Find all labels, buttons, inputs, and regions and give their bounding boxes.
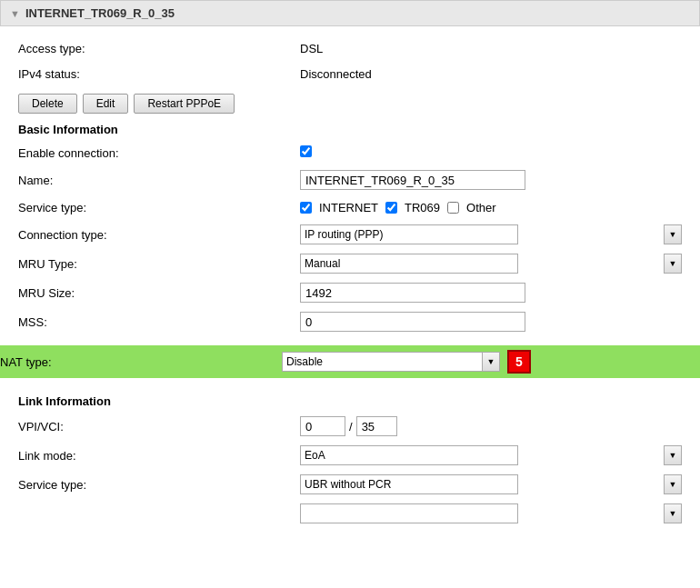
- content-area-2: Link Information VPI/VCI: / Link mode: E…: [0, 378, 700, 537]
- section-header[interactable]: ▼ INTERNET_TR069_R_0_35: [0, 0, 700, 26]
- access-type-value: DSL: [300, 42, 682, 55]
- extra-row: ▼: [18, 499, 682, 528]
- service-type-checkboxes: INTERNET TR069 Other: [300, 201, 682, 214]
- service-type2-select-wrapper: UBR without PCR UBR with PCR CBR Non Rea…: [300, 474, 682, 494]
- nat-type-controls: Disable Enable ▼ 5: [282, 350, 700, 374]
- mru-size-value: [300, 283, 682, 303]
- mss-label: MSS:: [18, 315, 300, 329]
- ipv4-status-label: IPv4 status:: [18, 67, 300, 81]
- link-mode-select-wrapper: EoA PPPoA IPoA ▼: [300, 445, 682, 465]
- name-input[interactable]: [300, 170, 525, 190]
- service-type2-label: Service type:: [18, 478, 300, 492]
- service-tr069-checkbox[interactable]: [385, 202, 397, 214]
- nat-type-select-wrapper: Disable Enable ▼: [282, 352, 500, 372]
- nat-type-select[interactable]: Disable Enable: [282, 352, 500, 372]
- extra-select[interactable]: [300, 503, 518, 523]
- vpi-vci-separator: /: [349, 420, 353, 434]
- name-row: Name:: [18, 165, 682, 194]
- vpi-input[interactable]: [300, 416, 345, 436]
- service-type2-dropdown-icon: ▼: [664, 474, 682, 494]
- service-other-label: Other: [466, 201, 496, 214]
- link-mode-select[interactable]: EoA PPPoA IPoA: [300, 445, 518, 465]
- service-internet-label: INTERNET: [319, 201, 378, 214]
- service-type2-value: UBR without PCR UBR with PCR CBR Non Rea…: [300, 474, 682, 494]
- service-internet-checkbox[interactable]: [300, 202, 312, 214]
- content-area: Access type: DSL IPv4 status: Disconnect…: [0, 26, 700, 345]
- connection-type-select-wrapper: IP routing (PPP) IP routing (IPoE) Bridg…: [300, 224, 682, 244]
- section-title: INTERNET_TR069_R_0_35: [25, 6, 175, 20]
- mru-type-select-wrapper: Manual Auto ▼: [300, 254, 682, 274]
- connection-type-value: IP routing (PPP) IP routing (IPoE) Bridg…: [300, 224, 682, 244]
- extra-dropdown-icon: ▼: [664, 503, 682, 523]
- enable-connection-value: [300, 145, 682, 160]
- mss-row: MSS:: [18, 307, 682, 336]
- connection-type-select[interactable]: IP routing (PPP) IP routing (IPoE) Bridg…: [300, 224, 518, 244]
- service-type-label: Service type:: [18, 201, 300, 214]
- link-mode-value: EoA PPPoA IPoA ▼: [300, 445, 682, 465]
- service-other-checkbox[interactable]: [447, 202, 459, 214]
- access-type-label: Access type:: [18, 42, 300, 55]
- vpi-vci-row: VPI/VCI: /: [18, 412, 682, 441]
- service-type2-select[interactable]: UBR without PCR UBR with PCR CBR Non Rea…: [300, 474, 518, 494]
- edit-button[interactable]: Edit: [83, 94, 129, 114]
- service-type-row: Service type: INTERNET TR069 Other: [18, 194, 682, 220]
- nat-type-row: NAT type: Disable Enable ▼ 5: [0, 345, 700, 378]
- connection-type-row: Connection type: IP routing (PPP) IP rou…: [18, 220, 682, 249]
- nat-badge: 5: [507, 350, 531, 374]
- ipv4-status-row: IPv4 status: Disconnected: [18, 61, 682, 86]
- extra-select-wrapper: ▼: [300, 503, 682, 523]
- connection-type-label: Connection type:: [18, 228, 300, 242]
- mru-type-label: MRU Type:: [18, 257, 300, 271]
- mru-type-row: MRU Type: Manual Auto ▼: [18, 249, 682, 278]
- vpi-vci-label: VPI/VCI:: [18, 420, 300, 434]
- enable-connection-row: Enable connection:: [18, 140, 682, 165]
- mss-input[interactable]: [300, 312, 525, 332]
- link-mode-label: Link mode:: [18, 449, 300, 463]
- restart-pppoe-button[interactable]: Restart PPPoE: [134, 94, 235, 114]
- name-value: [300, 170, 682, 190]
- name-label: Name:: [18, 174, 300, 187]
- delete-button[interactable]: Delete: [18, 94, 77, 114]
- mru-size-input[interactable]: [300, 283, 525, 303]
- nat-type-label: NAT type:: [0, 355, 282, 369]
- ipv4-status-value: Disconnected: [300, 67, 682, 81]
- link-info-heading: Link Information: [18, 394, 682, 408]
- vci-input[interactable]: [356, 416, 397, 436]
- enable-connection-checkbox[interactable]: [300, 145, 312, 157]
- access-type-row: Access type: DSL: [18, 35, 682, 61]
- mru-type-select[interactable]: Manual Auto: [300, 254, 518, 274]
- vpi-vci-inputs: /: [300, 416, 682, 436]
- enable-connection-label: Enable connection:: [18, 146, 300, 160]
- link-mode-dropdown-icon: ▼: [664, 445, 682, 465]
- mru-type-dropdown-icon: ▼: [664, 254, 682, 274]
- basic-info-heading: Basic Information: [18, 123, 682, 136]
- buttons-row: Delete Edit Restart PPPoE: [18, 94, 682, 114]
- mru-size-row: MRU Size:: [18, 278, 682, 307]
- mru-type-value: Manual Auto ▼: [300, 254, 682, 274]
- collapse-arrow-icon: ▼: [10, 8, 20, 19]
- service-tr069-label: TR069: [405, 201, 440, 214]
- link-mode-row: Link mode: EoA PPPoA IPoA ▼: [18, 441, 682, 470]
- mru-size-label: MRU Size:: [18, 286, 300, 300]
- service-type2-row: Service type: UBR without PCR UBR with P…: [18, 470, 682, 499]
- mss-value: [300, 312, 682, 332]
- connection-type-dropdown-icon: ▼: [664, 224, 682, 244]
- page-container: ▼ INTERNET_TR069_R_0_35 Access type: DSL…: [0, 0, 700, 588]
